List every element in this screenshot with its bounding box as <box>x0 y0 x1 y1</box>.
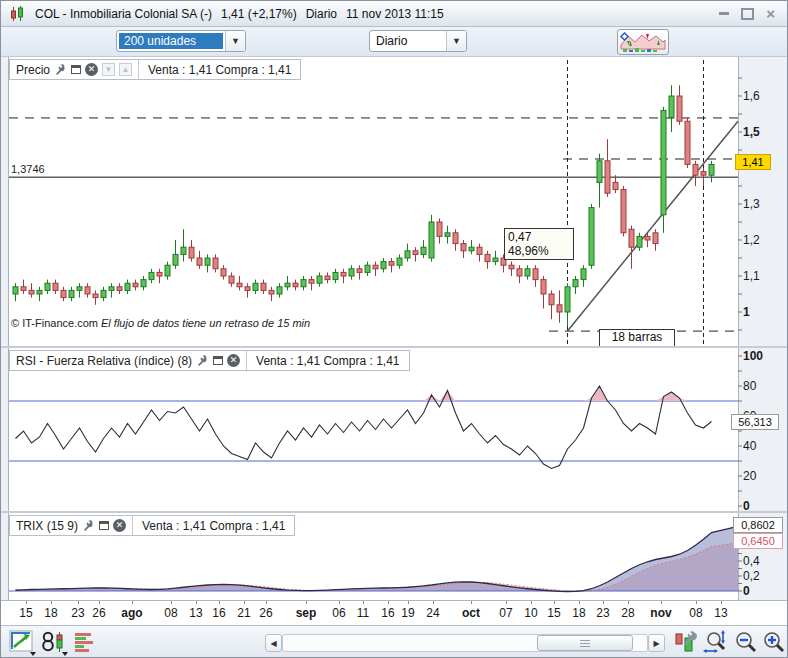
time-axis-label: 16 <box>212 606 225 620</box>
minimize-icon[interactable] <box>719 12 729 15</box>
trix-tick-label: 0,2 <box>743 569 760 583</box>
price-chart[interactable] <box>1 57 788 346</box>
wrench-icon[interactable] <box>196 354 209 367</box>
time-axis-label: 28 <box>621 606 634 620</box>
datetime-label: 11 nov 2013 11:15 <box>346 7 444 21</box>
time-axis-label: 16 <box>381 606 394 620</box>
time-axis-label: 13 <box>714 606 727 620</box>
time-axis-label: 18 <box>44 606 57 620</box>
scroll-grip-icon <box>580 640 590 647</box>
period-dropdown-value: Diario <box>370 31 446 51</box>
price-level-label: 1,3746 <box>11 163 45 175</box>
zoom-out-icon[interactable] <box>733 630 759 658</box>
chart-settings-button[interactable] <box>673 630 699 658</box>
mini-chart-icon <box>619 31 667 53</box>
time-axis-label: 15 <box>547 606 560 620</box>
indicators-button[interactable] <box>73 630 97 658</box>
arrow-down-icon[interactable]: ▼ <box>102 63 115 76</box>
time-axis-label: 18 <box>572 606 585 620</box>
time-axis-label: 23 <box>596 606 609 620</box>
price-tick-label: 1,5 <box>743 125 760 139</box>
units-dropdown-value: 200 unidades <box>119 33 223 49</box>
time-axis-label: sep <box>296 606 317 620</box>
time-axis-label: 07 <box>499 606 512 620</box>
chevron-down-icon[interactable]: ▼ <box>225 31 245 51</box>
bottom-toolbar: ◀ ▶ <box>1 625 788 658</box>
trix-value-badge: 0,8602 <box>733 517 783 533</box>
price-tick-label: 1 <box>743 305 750 319</box>
symbol-title: COL - Inmobiliaria Colonial SA (-) <box>35 7 212 21</box>
units-dropdown[interactable]: 200 unidades ▼ <box>116 30 246 52</box>
chart-type-button[interactable] <box>41 630 69 658</box>
wrench-icon[interactable] <box>54 63 67 76</box>
close-icon[interactable]: ✕ <box>113 519 126 532</box>
time-axis-label: 24 <box>426 606 439 620</box>
time-axis-label: 21 <box>237 606 250 620</box>
rsi-tick-label: 20 <box>743 469 756 483</box>
price-panel: Precio ✕ ▼ ▲ Venta : 1,41 Compra : 1,41 … <box>1 57 788 346</box>
price-panel-title: Precio <box>16 63 50 77</box>
close-window-icon[interactable]: × <box>766 9 775 19</box>
detach-window-icon[interactable] <box>99 521 109 530</box>
scroll-left-icon[interactable]: ◀ <box>265 634 282 652</box>
time-axis-label: 11 <box>357 606 369 620</box>
time-axis-label: 26 <box>259 606 272 620</box>
rsi-tick-label: 80 <box>743 379 756 393</box>
chevron-down-icon[interactable]: ▼ <box>446 31 466 51</box>
copyright-text: © IT-Finance.com <box>11 317 98 329</box>
rsi-tick-label: 40 <box>743 439 756 453</box>
time-axis-label: oct <box>462 606 480 620</box>
time-axis-label: 06 <box>332 606 345 620</box>
wrench-icon[interactable] <box>82 519 95 532</box>
rsi-quote: Venta : 1,41 Compra : 1,41 <box>247 354 408 368</box>
time-axis-label: 10 <box>524 606 537 620</box>
period-dropdown[interactable]: Diario ▼ <box>369 30 467 52</box>
detach-window-icon[interactable] <box>213 356 223 365</box>
measure-change: 0,47 <box>508 230 570 244</box>
time-scrollbar[interactable]: ◀ ▶ <box>265 634 665 652</box>
time-axis-label: 26 <box>92 606 105 620</box>
time-axis-label: 08 <box>164 606 177 620</box>
time-axis-label: 13 <box>189 606 202 620</box>
time-axis: 15182326ago0813162126sep0611161924oct071… <box>1 600 788 625</box>
app-window: COL - Inmobiliaria Colonial SA (-) 1,41 … <box>0 0 788 658</box>
detach-window-icon[interactable] <box>71 65 81 74</box>
scrollbar-track[interactable] <box>282 634 648 652</box>
trix-panel-header: TRIX (15 9) ✕ Venta : 1,41 Compra : 1,41 <box>9 515 295 536</box>
copyright-notice: © IT-Finance.com El flujo de datos tiene… <box>11 317 310 329</box>
rsi-panel-header: RSI - Fuerza Relativa (índice) (8) ✕ Ven… <box>9 350 410 371</box>
zoom-in-icon[interactable] <box>761 630 787 658</box>
rsi-tick-label: 0 <box>743 499 750 511</box>
chart-style-button[interactable] <box>617 29 669 55</box>
last-price-badge: 1,41 <box>735 154 771 170</box>
rsi-tick-label: 100 <box>743 349 763 363</box>
candlestick-icon <box>9 6 26 22</box>
time-axis-label: ago <box>121 606 142 620</box>
zoom-fit-icon[interactable] <box>703 630 729 658</box>
trix-tick-label: 0 <box>743 584 750 598</box>
price-tick-label: 1,1 <box>743 269 760 283</box>
trix-panel-title: TRIX (15 9) <box>16 519 78 533</box>
price-tick-label: 1,6 <box>743 89 760 103</box>
scroll-right-icon[interactable]: ▶ <box>648 634 665 652</box>
rsi-chart[interactable] <box>1 348 788 511</box>
price-quote: Venta : 1,41 Compra : 1,41 <box>139 63 300 77</box>
drawing-tools-button[interactable] <box>9 630 37 658</box>
rsi-value-badge: 56,313 <box>731 414 779 430</box>
time-axis-label: 23 <box>71 606 84 620</box>
delay-notice: El flujo de datos tiene un retraso de 15… <box>101 317 310 329</box>
timeframe-label: Diario <box>306 7 337 21</box>
close-icon[interactable]: ✕ <box>85 63 98 76</box>
time-axis-label: 15 <box>19 606 32 620</box>
trix-panel: TRIX (15 9) ✕ Venta : 1,41 Compra : 1,41… <box>1 513 788 600</box>
scrollbar-thumb[interactable] <box>537 635 633 651</box>
arrow-up-icon[interactable]: ▲ <box>119 63 132 76</box>
trix-quote: Venta : 1,41 Compra : 1,41 <box>133 519 294 533</box>
bars-count-label: 18 barras <box>599 329 675 346</box>
measure-annotation[interactable]: 0,47 48,96% <box>504 228 574 260</box>
trix-signal-badge: 0,6450 <box>733 533 783 549</box>
price-tick-label: 1,2 <box>743 233 760 247</box>
last-quote: 1,41 (+2,17%) <box>221 7 297 21</box>
close-icon[interactable]: ✕ <box>227 354 240 367</box>
maximize-icon[interactable] <box>741 8 754 20</box>
